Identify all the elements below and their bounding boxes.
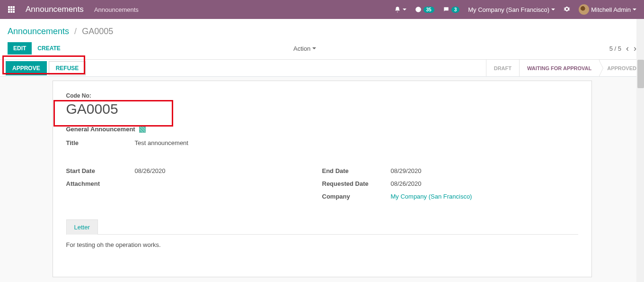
debug-icon[interactable] — [564, 6, 570, 14]
status-bar: Approve Refuse DRAFT WAITING FOR APPROVA… — [0, 59, 644, 77]
user-menu[interactable]: Mitchell Admin — [579, 4, 636, 15]
top-navbar: Announcements Announcements 35 3 My Comp… — [0, 0, 644, 19]
user-name: Mitchell Admin — [591, 6, 631, 13]
requested-date-value: 08/26/2020 — [391, 180, 578, 187]
breadcrumb-separator: / — [74, 27, 77, 36]
letter-body: For testing oh the operation works. — [66, 235, 578, 248]
start-date-label: Start Date — [66, 167, 135, 174]
scrollbar-track[interactable] — [636, 19, 644, 282]
tabs: Letter — [66, 219, 578, 235]
user-avatar — [579, 4, 589, 15]
end-date-value: 08/29/2020 — [391, 167, 578, 174]
caret-down-icon — [551, 9, 555, 10]
code-label: Code No: — [66, 92, 578, 99]
caret-down-icon — [312, 47, 316, 49]
company-value[interactable]: My Company (San Francisco) — [391, 193, 578, 200]
requested-date-label: Requested Date — [322, 180, 391, 187]
tab-letter[interactable]: Letter — [66, 219, 98, 235]
attachment-label: Attachment — [66, 180, 135, 187]
breadcrumb-current: GA0005 — [82, 27, 113, 36]
caret-down-icon — [633, 9, 636, 10]
general-announcement-checkbox — [139, 126, 146, 133]
company-label: Company — [322, 193, 391, 200]
end-date-label: End Date — [322, 167, 391, 174]
refuse-button[interactable]: Refuse — [49, 61, 86, 75]
action-dropdown[interactable]: Action — [293, 45, 316, 52]
navbar-menu-announcements[interactable]: Announcements — [94, 6, 139, 13]
status-waiting[interactable]: WAITING FOR APPROVAL — [519, 60, 599, 76]
breadcrumb-parent[interactable]: Announcements — [8, 27, 69, 36]
caret-down-icon — [403, 9, 406, 10]
code-value: GA0005 — [66, 101, 578, 117]
general-announcement-label: General Announcement — [66, 126, 135, 133]
activity-icon[interactable]: 35 — [415, 6, 434, 13]
control-panel: Announcements / GA0005 Edit Create Actio… — [0, 19, 644, 59]
messages-icon[interactable]: 3 — [443, 6, 460, 13]
form-card: Code No: GA0005 General Announcement Tit… — [53, 81, 592, 277]
apps-icon[interactable] — [8, 6, 15, 13]
messages-badge: 3 — [451, 7, 460, 13]
pager-prev[interactable]: ‹ — [626, 44, 629, 54]
title-value: Test announcement — [135, 139, 322, 146]
approve-button[interactable]: Approve — [6, 61, 47, 75]
attachment-value — [135, 180, 322, 187]
pager-text[interactable]: 5 / 5 — [609, 45, 621, 52]
activity-badge: 35 — [423, 7, 434, 13]
status-draft[interactable]: DRAFT — [486, 60, 519, 76]
scrollbar-thumb[interactable] — [637, 60, 644, 88]
form-area: Code No: GA0005 General Announcement Tit… — [0, 77, 644, 277]
create-button[interactable]: Create — [32, 42, 66, 55]
breadcrumb: Announcements / GA0005 — [8, 27, 636, 36]
company-name: My Company (San Francisco) — [468, 6, 549, 13]
edit-button[interactable]: Edit — [8, 42, 32, 55]
start-date-value: 08/26/2020 — [135, 167, 322, 174]
notifications-icon[interactable] — [394, 6, 406, 13]
title-label: Title — [66, 139, 135, 146]
company-switcher[interactable]: My Company (San Francisco) — [468, 6, 555, 13]
navbar-brand[interactable]: Announcements — [26, 5, 84, 14]
action-label: Action — [293, 45, 310, 52]
